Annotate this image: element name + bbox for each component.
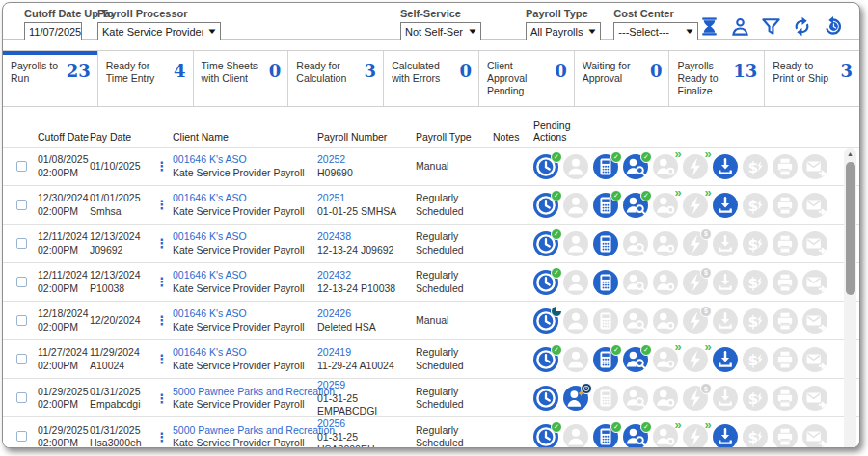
person-skip-icon[interactable]: » [653,424,678,448]
scrollbar-thumb[interactable] [846,162,855,295]
bolt-icon[interactable]: » [683,347,708,372]
tab-payrolls-ready-to-finalize[interactable]: Payrolls Ready to Finalize 13 [669,51,765,106]
bolt-icon[interactable]: $ [683,386,708,411]
row-menu-icon[interactable]: ⋮ [151,236,173,251]
client-name-link[interactable]: 001646 K's ASO [173,269,247,281]
clock-icon[interactable]: ✓ [533,424,558,448]
row-menu-icon[interactable]: ⋮ [151,391,173,406]
person-icon[interactable] [563,308,588,334]
row-checkbox[interactable] [16,277,27,287]
row-checkbox[interactable] [16,161,27,172]
printer-icon[interactable] [773,154,798,179]
download-icon[interactable] [713,308,738,334]
person-alert-icon[interactable] [563,386,588,411]
payroll-processor-select[interactable]: Kate Service Provider Payroll ▼ [97,22,221,40]
row-menu-icon[interactable]: ⋮ [151,198,173,212]
printer-icon[interactable] [773,347,798,372]
person-icon[interactable] [563,193,588,218]
tab-calculated-with-errors[interactable]: Calculated with Errors 0 [384,51,479,106]
payroll-number-link[interactable]: 20251 [317,192,345,203]
printer-icon[interactable] [773,424,798,448]
download-icon[interactable] [713,270,738,295]
client-name-link[interactable]: 001646 K's ASO [173,153,247,165]
tab-ready-to-print-or-ship[interactable]: Ready to Print or Ship 3 [765,51,859,106]
payroll-number-link[interactable]: 20256 [317,417,345,429]
printer-icon[interactable] [773,270,798,295]
dollar-bolt-icon[interactable]: $ [743,231,768,256]
row-checkbox[interactable] [16,354,27,364]
printer-icon[interactable] [773,308,798,334]
row-checkbox[interactable] [16,200,27,210]
vertical-scrollbar[interactable]: ▲ [844,148,856,448]
person-skip-icon[interactable] [653,270,678,295]
mail-send-icon[interactable] [802,154,827,179]
calculator-icon[interactable]: ✓ [593,424,618,448]
filter-icon[interactable] [760,15,782,38]
client-name-link[interactable]: 5000 Pawnee Parks and Recreation [173,386,335,397]
person-search-icon[interactable] [623,270,648,295]
person-skip-icon[interactable]: » [653,347,678,372]
refresh-history-icon[interactable] [822,15,844,38]
scroll-up-arrow[interactable]: ▲ [844,150,856,157]
download-icon[interactable] [713,386,738,411]
person-search-icon[interactable] [623,386,648,411]
printer-icon[interactable] [773,231,798,256]
payroll-number-link[interactable]: 202432 [317,269,351,281]
clock-icon[interactable] [533,308,558,334]
person-icon[interactable] [563,270,588,295]
person-icon[interactable] [563,424,588,448]
person-search-icon[interactable]: ✓ [623,347,648,372]
mail-send-icon[interactable] [802,308,827,334]
calculator-icon[interactable] [593,308,618,334]
person-skip-icon[interactable] [653,308,678,334]
mail-send-icon[interactable] [802,424,827,448]
dollar-bolt-icon[interactable]: $ [743,193,768,218]
calculator-icon[interactable]: ✓ [593,154,618,179]
dollar-bolt-icon[interactable]: $ [743,424,768,448]
tab-waiting-for-approval[interactable]: Waiting for Approval 0 [575,51,670,106]
bolt-icon[interactable]: » [683,154,708,179]
payroll-type-select[interactable]: All Payrolls ▼ [526,22,601,40]
person-skip-icon[interactable] [653,231,678,256]
calculator-icon[interactable]: ✓ [593,193,618,218]
clock-icon[interactable]: ✓ [533,193,558,218]
tab-client-approval-pending[interactable]: Client Approval Pending 0 [479,51,575,106]
payroll-number-link[interactable]: 202426 [317,308,351,319]
row-menu-icon[interactable]: ⋮ [151,275,173,289]
clock-icon[interactable]: ✓ [533,347,558,372]
mail-send-icon[interactable] [802,386,827,411]
tab-time-sheets-with-client[interactable]: Time Sheets with Client 0 [194,51,289,106]
person-search-icon[interactable] [623,308,648,334]
printer-icon[interactable] [773,193,798,218]
person-search-icon[interactable] [623,231,648,256]
payroll-number-link[interactable]: 202438 [317,230,351,242]
mail-send-icon[interactable] [802,347,827,372]
row-menu-icon[interactable]: ⋮ [151,352,173,366]
client-name-link[interactable]: 5000 Pawnee Parks and Recreation [173,424,335,436]
clock-icon[interactable]: ✓ [533,154,558,179]
row-menu-icon[interactable]: ⋮ [151,159,173,174]
clock-icon[interactable]: ✓ [533,231,558,256]
payroll-number-link[interactable]: 20252 [317,153,345,165]
payroll-number-link[interactable]: 202419 [317,346,351,358]
row-checkbox[interactable] [16,315,27,326]
user-icon[interactable] [729,15,751,38]
bolt-icon[interactable]: $ [683,231,708,256]
calculator-icon[interactable] [593,231,618,256]
payroll-number-link[interactable]: 20259 [317,379,345,390]
row-menu-icon[interactable]: ⋮ [151,430,173,444]
tab-payrolls-to-run[interactable]: Payrolls to Run 23 [3,51,98,106]
person-search-icon[interactable]: ✓ [623,424,648,448]
hourglass-icon[interactable] [698,15,720,38]
clock-icon[interactable]: ✓ [533,270,558,295]
mail-send-icon[interactable] [802,270,827,295]
calculator-icon[interactable] [593,386,618,411]
row-checkbox[interactable] [16,392,27,403]
calculator-icon[interactable] [593,270,618,295]
bolt-icon[interactable]: » [683,193,708,218]
refresh-icon[interactable] [791,15,813,38]
person-skip-icon[interactable]: » [653,193,678,218]
person-skip-icon[interactable]: » [653,154,678,179]
download-icon[interactable] [713,154,738,179]
dollar-bolt-icon[interactable]: $ [743,154,768,179]
